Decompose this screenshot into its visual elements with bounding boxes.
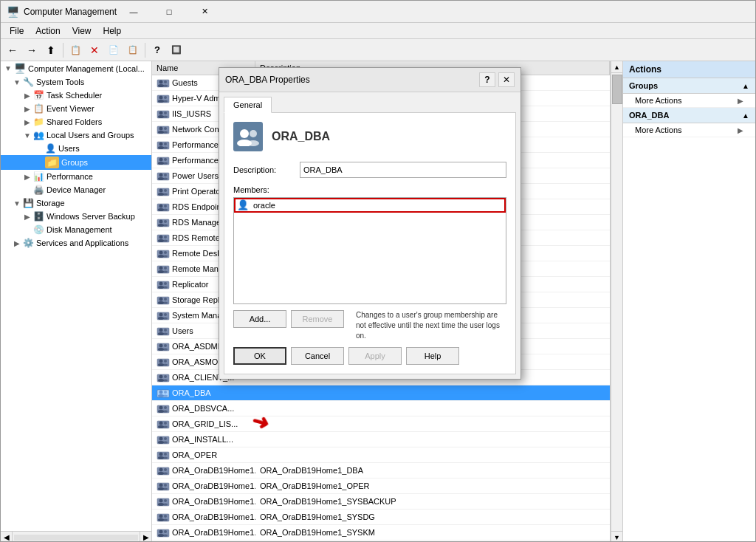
- dialog-footer: OK Cancel Apply Help: [233, 347, 506, 365]
- help-dialog-button[interactable]: Help: [406, 347, 459, 365]
- dialog-help-icon[interactable]: ?: [479, 72, 495, 87]
- cancel-button[interactable]: Cancel: [291, 347, 344, 365]
- group-name-display: ORA_DBA: [272, 130, 330, 143]
- svg-point-150: [240, 129, 249, 138]
- add-button[interactable]: Add...: [233, 310, 286, 328]
- svg-point-153: [247, 140, 259, 146]
- dialog-ora-dba-properties: ORA_DBA Properties ? ✕ General ORA_D: [219, 67, 521, 380]
- remove-button[interactable]: Remove: [291, 310, 344, 328]
- svg-point-152: [250, 130, 257, 137]
- members-label: Members:: [233, 185, 506, 194]
- add-remove-row: Add... Remove Changes to a user's group …: [233, 310, 506, 341]
- description-label: Description:: [233, 165, 300, 174]
- members-note: Changes to a user's group membership are…: [350, 310, 506, 341]
- dialog-title: ORA_DBA Properties: [225, 75, 479, 85]
- ok-button[interactable]: OK: [233, 347, 286, 365]
- member-oracle[interactable]: 👤 oracle: [234, 198, 506, 213]
- tab-general[interactable]: General: [224, 97, 272, 113]
- description-input[interactable]: [300, 162, 506, 178]
- group-icon-large: [233, 122, 263, 151]
- dialog-tabs: General: [219, 92, 520, 112]
- dialog-close-button[interactable]: ✕: [498, 72, 515, 87]
- group-header-row: ORA_DBA: [233, 122, 506, 151]
- member-name-oracle: oracle: [253, 201, 275, 210]
- members-box[interactable]: 👤 oracle: [233, 197, 506, 304]
- description-row: Description:: [233, 162, 506, 178]
- member-user-icon: 👤: [237, 199, 250, 211]
- dialog-title-bar: ORA_DBA Properties ? ✕: [219, 68, 520, 92]
- apply-button[interactable]: Apply: [348, 347, 402, 365]
- dialog-content: ORA_DBA Description: Members: 👤 oracle A…: [224, 112, 516, 374]
